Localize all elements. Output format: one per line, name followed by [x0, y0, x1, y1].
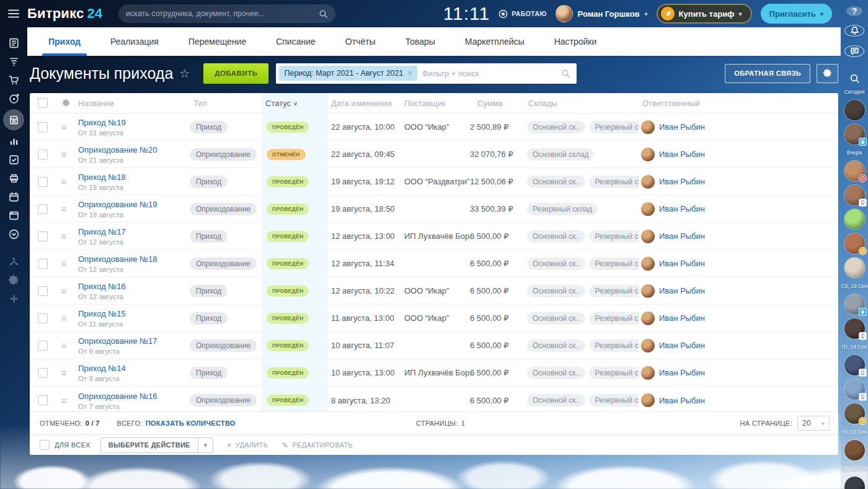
tab-item-5[interactable]: Товары [391, 27, 450, 56]
messenger-icon[interactable] [844, 45, 864, 57]
row-checkbox[interactable] [38, 395, 48, 405]
row-checkbox[interactable] [38, 231, 48, 241]
show-count-link[interactable]: ПОКАЗАТЬ КОЛИЧЕСТВО [146, 419, 236, 427]
responsible-link[interactable]: Иван Рыбин [659, 259, 705, 268]
feed-icon[interactable] [2, 35, 25, 51]
analytics-chart-icon[interactable] [2, 133, 25, 149]
inventory-store-icon[interactable] [3, 109, 24, 130]
chat-avatar[interactable] [844, 355, 865, 375]
tasks-icon[interactable] [2, 151, 25, 168]
column-header-supplier[interactable]: Поставщик [401, 99, 470, 108]
document-link[interactable]: Приход №15 [78, 309, 126, 318]
column-header-name[interactable]: Название [74, 99, 190, 108]
table-row[interactable]: ≡ Приход №16 От 12 августа Приход ПРОВЕД… [30, 277, 838, 305]
document-link[interactable]: Оприходование №19 [78, 200, 157, 209]
drag-handle-icon[interactable]: ≡ [53, 231, 74, 241]
add-document-button[interactable]: ДОБАВИТЬ [203, 63, 268, 84]
chat-avatar[interactable] [844, 161, 865, 181]
responsible-link[interactable]: Иван Рыбин [659, 341, 705, 350]
page-size-select[interactable]: 20 ▾ [797, 416, 830, 431]
row-checkbox[interactable] [38, 368, 48, 378]
help-icon[interactable]: ? [846, 6, 862, 16]
chat-avatar[interactable] [844, 440, 865, 460]
notifications-bell-icon[interactable] [844, 25, 864, 37]
tab-item-1[interactable]: Реализация [95, 27, 174, 56]
filter-search-icon[interactable] [561, 69, 570, 78]
column-header-date[interactable]: Дата изменения [327, 99, 401, 108]
remove-filter-icon[interactable]: × [407, 69, 412, 78]
row-checkbox[interactable] [38, 177, 48, 187]
sites-icon[interactable] [2, 207, 25, 223]
more-icon[interactable] [2, 226, 25, 242]
row-checkbox[interactable] [38, 122, 48, 132]
sales-cart-icon[interactable] [2, 72, 25, 88]
responsible-link[interactable]: Иван Рыбин [659, 396, 705, 405]
filter-period-chip[interactable]: Период: Март 2021 - Август 2021 × [279, 66, 417, 81]
calendar-icon[interactable] [2, 189, 25, 205]
responsible-link[interactable]: Иван Рыбин [659, 313, 705, 323]
responsible-link[interactable]: Иван Рыбин [659, 150, 705, 159]
user-menu[interactable]: Роман Горшков ▾ [556, 5, 648, 22]
document-link[interactable]: Приход №19 [78, 118, 126, 127]
drag-handle-icon[interactable]: ≡ [53, 149, 74, 159]
responsible-link[interactable]: Иван Рыбин [659, 286, 705, 295]
select-all-checkbox[interactable] [38, 98, 48, 108]
chat-avatar[interactable] [844, 233, 865, 254]
document-link[interactable]: Оприходование №16 [78, 392, 157, 401]
drag-handle-icon[interactable]: ≡ [53, 258, 74, 269]
document-link[interactable]: Оприходование №17 [78, 336, 157, 346]
row-checkbox[interactable] [38, 150, 48, 159]
chat-avatar[interactable] [844, 403, 865, 424]
table-row[interactable]: ≡ Оприходование №16 От 7 августа Оприход… [30, 387, 838, 414]
crm-funnel-icon[interactable] [2, 53, 25, 70]
table-row[interactable]: ≡ Оприходование №19 От 19 августа Оприхо… [30, 195, 838, 223]
drag-handle-icon[interactable]: ≡ [53, 395, 74, 406]
tab-item-2[interactable]: Перемещение [174, 27, 261, 56]
drag-handle-icon[interactable]: ≡ [53, 176, 74, 187]
table-row[interactable]: ≡ Приход №14 От 9 августа Приход ПРОВЕДЁ… [30, 359, 838, 387]
drag-handle-icon[interactable]: ≡ [53, 313, 74, 323]
document-link[interactable]: Приход №17 [78, 227, 126, 236]
chat-avatar[interactable] [844, 100, 865, 120]
tab-prihod[interactable]: Приход [33, 27, 95, 56]
responsible-link[interactable]: Иван Рыбин [659, 204, 705, 213]
document-link[interactable]: Оприходование №18 [78, 254, 157, 264]
document-link[interactable]: Приход №16 [78, 282, 126, 291]
grid-settings-gear-icon[interactable] [62, 99, 74, 107]
chat-search-icon[interactable] [849, 73, 860, 84]
bitrix24-logo[interactable]: Битрикс 24 [27, 6, 102, 22]
feedback-button[interactable]: ОБРАТНАЯ СВЯЗЬ [725, 64, 810, 83]
chat-avatar[interactable] [844, 209, 865, 230]
document-link[interactable]: Приход №14 [78, 364, 126, 373]
chat-avatar[interactable] [844, 258, 865, 278]
chat-avatar[interactable] [844, 477, 865, 489]
tab-item-7[interactable]: Настройки [539, 27, 612, 56]
document-link[interactable]: Приход №18 [78, 173, 126, 182]
row-checkbox[interactable] [38, 313, 48, 323]
column-header-warehouses[interactable]: Склады [525, 99, 639, 108]
drag-handle-icon[interactable]: ≡ [53, 340, 74, 351]
tab-item-6[interactable]: Маркетплейсы [450, 27, 539, 56]
drag-handle-icon[interactable]: ≡ [53, 285, 74, 296]
drag-handle-icon[interactable]: ≡ [53, 367, 74, 378]
table-row[interactable]: ≡ Оприходование №20 От 21 августа Оприхо… [30, 141, 838, 168]
tab-item-4[interactable]: Отчёты [330, 27, 391, 56]
filter-search-bar[interactable]: Период: Март 2021 - Август 2021 × [276, 63, 577, 84]
structure-icon[interactable] [2, 253, 25, 269]
select-action-dropdown[interactable]: ВЫБЕРИТЕ ДЕЙСТВИЕ ▾ [100, 437, 213, 453]
global-search-input[interactable] [126, 9, 319, 18]
chat-avatar[interactable] [844, 294, 865, 315]
hamburger-menu-icon[interactable] [0, 0, 27, 27]
edit-button[interactable]: ✎ РЕДАКТИРОВАТЬ [281, 441, 353, 450]
page-settings-gear-icon[interactable] [817, 64, 838, 83]
table-row[interactable]: ≡ Приход №17 От 12 августа Приход ПРОВЕД… [30, 223, 838, 250]
chat-avatar[interactable] [844, 124, 865, 145]
row-checkbox[interactable] [38, 259, 48, 269]
drag-handle-icon[interactable]: ≡ [53, 204, 74, 214]
chat-avatar[interactable] [844, 318, 865, 339]
marketing-target-icon[interactable] [2, 91, 25, 107]
work-clock[interactable]: 11:11 [443, 4, 490, 23]
row-checkbox[interactable] [38, 341, 48, 351]
table-row[interactable]: ≡ Оприходование №17 От 9 августа Оприход… [30, 332, 838, 359]
delete-button[interactable]: × УДАЛИТЬ [227, 441, 268, 450]
